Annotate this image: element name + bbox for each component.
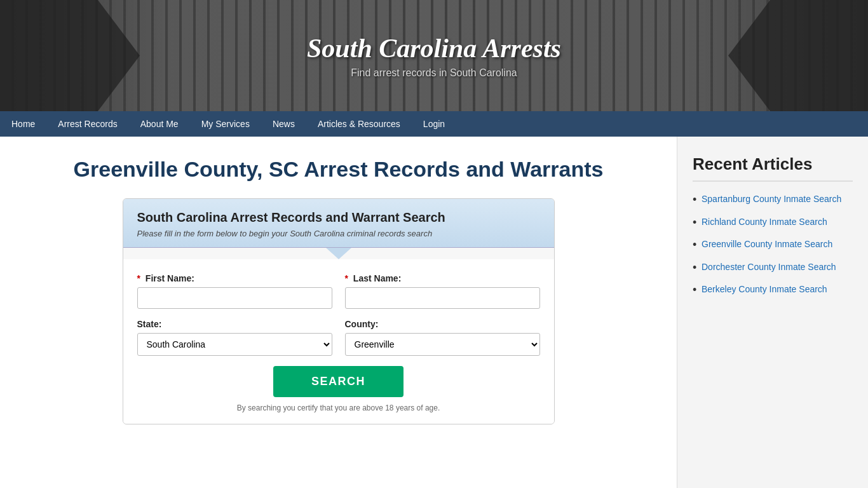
list-item: Richland County Inmate Search (693, 216, 853, 229)
last-name-group: * Last Name: (345, 273, 540, 309)
required-star-last: * (345, 273, 348, 283)
site-title: South Carolina Arrests (307, 33, 561, 64)
first-name-label: * First Name: (137, 273, 332, 283)
required-star-first: * (137, 273, 140, 283)
card-pointer (326, 248, 351, 259)
main-content: Greenville County, SC Arrest Records and… (0, 137, 677, 488)
name-row: * First Name: * Last Name: (137, 273, 540, 309)
articles-list: Spartanburg County Inmate Search Richlan… (693, 193, 853, 296)
first-name-group: * First Name: (137, 273, 332, 309)
nav-about-me[interactable]: About Me (129, 111, 190, 137)
search-form: * First Name: * Last Name: (123, 259, 554, 424)
article-link-dorchester[interactable]: Dorchester County Inmate Search (702, 262, 836, 272)
last-name-label: * Last Name: (345, 273, 540, 283)
search-button-wrap: SEARCH (137, 366, 540, 397)
state-group: State: South Carolina (137, 319, 332, 356)
county-label: County: (345, 319, 540, 329)
nav-my-services[interactable]: My Services (190, 111, 261, 137)
search-card-header: South Carolina Arrest Records and Warran… (123, 199, 554, 248)
county-select[interactable]: Greenville Berkeley Dorchester Richland … (345, 333, 540, 356)
nav-arrest-records[interactable]: Arrest Records (46, 111, 128, 137)
nav-login[interactable]: Login (412, 111, 456, 137)
list-item: Greenville County Inmate Search (693, 238, 853, 251)
sidebar: Recent Articles Spartanburg County Inmat… (677, 137, 868, 488)
search-card-heading: South Carolina Arrest Records and Warran… (137, 210, 540, 225)
nav-articles-resources[interactable]: Articles & Resources (306, 111, 412, 137)
hero-section: South Carolina Arrests Find arrest recor… (0, 0, 868, 111)
article-link-richland[interactable]: Richland County Inmate Search (702, 217, 827, 227)
search-button[interactable]: SEARCH (273, 366, 403, 397)
county-group: County: Greenville Berkeley Dorchester R… (345, 319, 540, 356)
last-name-input[interactable] (345, 287, 540, 309)
sidebar-heading: Recent Articles (693, 154, 853, 182)
search-card: South Carolina Arrest Records and Warran… (123, 198, 555, 424)
list-item: Spartanburg County Inmate Search (693, 193, 853, 206)
main-navigation: Home Arrest Records About Me My Services… (0, 111, 868, 137)
article-link-berkeley[interactable]: Berkeley County Inmate Search (702, 284, 827, 294)
page-title: Greenville County, SC Arrest Records and… (25, 156, 651, 183)
state-select[interactable]: South Carolina (137, 333, 332, 356)
location-row: State: South Carolina County: Greenville… (137, 319, 540, 356)
hero-content: South Carolina Arrests Find arrest recor… (307, 33, 561, 79)
list-item: Berkeley County Inmate Search (693, 283, 853, 296)
first-name-input[interactable] (137, 287, 332, 309)
certify-text: By searching you certify that you are ab… (137, 403, 540, 412)
article-link-spartanburg[interactable]: Spartanburg County Inmate Search (702, 194, 841, 204)
state-label: State: (137, 319, 332, 329)
article-link-greenville[interactable]: Greenville County Inmate Search (702, 239, 832, 249)
list-item: Dorchester County Inmate Search (693, 261, 853, 274)
search-card-subtext: Please fill in the form below to begin y… (137, 229, 540, 238)
site-subtitle: Find arrest records in South Carolina (307, 67, 561, 79)
nav-home[interactable]: Home (0, 111, 46, 137)
page-container: Greenville County, SC Arrest Records and… (0, 137, 868, 488)
nav-news[interactable]: News (261, 111, 306, 137)
recent-articles: Spartanburg County Inmate Search Richlan… (693, 193, 853, 296)
